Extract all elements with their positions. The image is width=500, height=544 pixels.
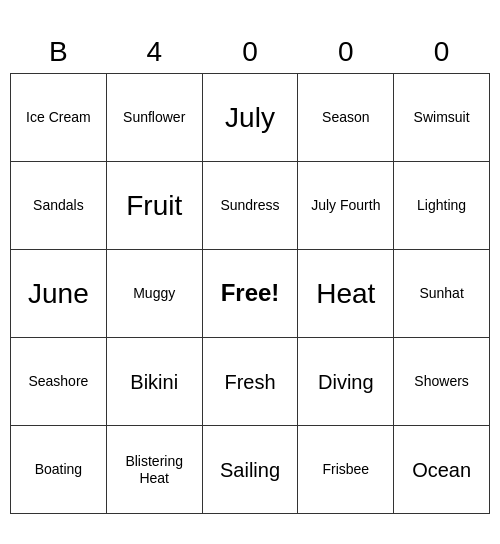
bingo-cell-2-0: June [11,250,107,338]
header-col-0: B [11,30,107,74]
bingo-row-2: JuneMuggyFree!HeatSunhat [11,250,490,338]
bingo-cell-3-1: Bikini [106,338,202,426]
bingo-cell-4-3: Frisbee [298,426,394,514]
bingo-cell-3-2: Fresh [202,338,298,426]
bingo-cell-2-4: Sunhat [394,250,490,338]
bingo-cell-0-3: Season [298,74,394,162]
bingo-cell-1-2: Sundress [202,162,298,250]
bingo-cell-3-0: Seashore [11,338,107,426]
bingo-cell-4-2: Sailing [202,426,298,514]
bingo-cell-1-0: Sandals [11,162,107,250]
bingo-card: B4000 Ice CreamSunflowerJulySeasonSwimsu… [10,30,490,515]
bingo-cell-0-1: Sunflower [106,74,202,162]
bingo-cell-2-2: Free! [202,250,298,338]
bingo-cell-4-0: Boating [11,426,107,514]
bingo-cell-0-2: July [202,74,298,162]
bingo-row-1: SandalsFruitSundressJuly FourthLighting [11,162,490,250]
header-col-3: 0 [298,30,394,74]
header-col-1: 4 [106,30,202,74]
bingo-row-3: SeashoreBikiniFreshDivingShowers [11,338,490,426]
bingo-cell-4-4: Ocean [394,426,490,514]
bingo-cell-1-4: Lighting [394,162,490,250]
bingo-cell-3-3: Diving [298,338,394,426]
header-col-4: 0 [394,30,490,74]
header-col-2: 0 [202,30,298,74]
bingo-cell-0-0: Ice Cream [11,74,107,162]
bingo-cell-2-1: Muggy [106,250,202,338]
bingo-cell-4-1: Blistering Heat [106,426,202,514]
bingo-row-4: BoatingBlistering HeatSailingFrisbeeOcea… [11,426,490,514]
bingo-cell-2-3: Heat [298,250,394,338]
bingo-cell-1-3: July Fourth [298,162,394,250]
header-row: B4000 [11,30,490,74]
bingo-cell-3-4: Showers [394,338,490,426]
bingo-cell-1-1: Fruit [106,162,202,250]
bingo-row-0: Ice CreamSunflowerJulySeasonSwimsuit [11,74,490,162]
bingo-cell-0-4: Swimsuit [394,74,490,162]
